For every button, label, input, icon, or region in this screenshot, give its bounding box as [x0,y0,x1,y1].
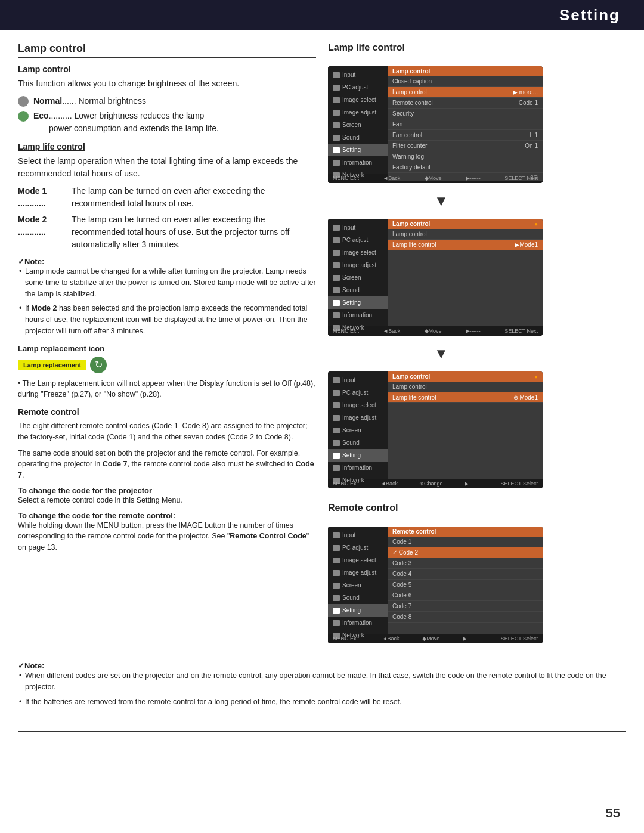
sidebar4-input: Input [328,529,388,541]
proj-header-1: Lamp control [388,66,543,76]
note-section-1: ✓Note: Lamp mode cannot be changed for a… [18,257,316,337]
sidebar4-setting: Setting [328,604,388,617]
eco-label: Eco [33,111,49,120]
proj-item-warning: Warning log [388,151,543,162]
sidebar-setting: Setting [328,144,388,156]
eco-desc2: power consumption and extends the lamp l… [49,123,219,133]
proj4-code4: Code 4 [388,569,543,580]
note-section-2: ✓Note: When different codes are set on t… [18,661,626,707]
mode1-label: Mode 1 ............ [18,185,72,210]
proj-item-lamp-control: Lamp control▶ more... [388,87,543,98]
eco-icon [18,111,29,122]
sidebar-screen: Screen [328,119,388,131]
sidebar3-sound: Sound [328,436,388,449]
lamp-rep-row: Lamp replacement ↻ [18,357,316,373]
sidebar-sound: Sound [328,131,388,144]
projector-screen-2: Input PC adjust Image select Image adjus… [328,219,543,336]
change-remote-label: To change the code for the remote contro… [18,511,316,520]
lamp-rep-note: • The Lamp replacement icon will not app… [18,378,316,401]
note-item-3: When different codes are set on the proj… [25,670,626,693]
projector-screen-1: Input PC adjust Image select Image adjus… [328,66,543,183]
normal-desc: Normal brightness [78,96,146,106]
lamp-life-control-title: Lamp life control [18,142,316,151]
note-item-2: If Mode 2 has been selected and the proj… [25,303,316,336]
sidebar3-screen: Screen [328,424,388,436]
sidebar2-input: Input [328,221,388,234]
sidebar-image-adjust: Image adjust [328,106,388,119]
remote-control-title: Remote control [18,407,316,417]
sidebar-input: Input [328,69,388,81]
page-header: Setting [0,0,644,30]
lamp-control-subsection: Lamp control [18,64,316,74]
lamp-life-right-label: Lamp life control [328,42,555,53]
normal-icon [18,96,29,107]
proj-item-remote: Remote controlCode 1 [388,98,543,109]
lamp-control-intro: This function allows you to change brigh… [18,78,316,90]
sidebar3-pc: PC adjust [328,386,388,399]
sidebar3-imgadj: Image adjust [328,411,388,424]
lamp-control-section-title: Lamp control [18,42,316,58]
sidebar3-info: Information [328,462,388,474]
projector-screen-3: Input PC adjust Image select Image adjus… [328,371,543,488]
mode2-label: Mode 2 ............ [18,213,72,251]
proj3-lamp-life: Lamp life control⊕ Mode1 [388,392,543,403]
sidebar2-screen: Screen [328,271,388,284]
note-title-1: ✓Note: [18,257,316,266]
page-title: Setting [559,6,620,24]
proj-item-fan: Fan [388,119,543,130]
sidebar2-sound: Sound [328,284,388,296]
sidebar3-input: Input [328,374,388,386]
lamp-rep-title: Lamp replacement icon [18,344,316,353]
proj-sidebar-2: Input PC adjust Image select Image adjus… [328,219,388,326]
proj-item-fan-control: Fan controlL 1 [388,130,543,141]
proj4-code7: Code 7 [388,601,543,612]
normal-dots: ...... [62,96,76,106]
proj-sidebar-3: Input PC adjust Image select Image adjus… [328,371,388,479]
sidebar-image-select: Image select [328,94,388,106]
proj-item-closed-caption: Closed caption [388,76,543,87]
proj3-lamp-ctrl: Lamp control [388,382,543,392]
remote-control-para1: The eight different remote control codes… [18,420,316,443]
sidebar2-imgadj: Image adjust [328,259,388,271]
sidebar2-imgsel: Image select [328,246,388,259]
proj-header-3: Lamp control● [388,371,543,382]
sidebar4-screen: Screen [328,579,388,592]
page-number: 55 [606,806,620,821]
proj4-code5: Code 5 [388,580,543,590]
lamp-replacement-section: Lamp replacement icon Lamp replacement ↻… [18,344,316,401]
proj-main-3: Lamp control● Lamp control Lamp life con… [388,371,543,479]
remote-control-section: Remote control The eight different remot… [18,407,316,553]
proj-header-2: Lamp control● [388,219,543,229]
mode1-row: Mode 1 ............ The lamp can be turn… [18,185,316,210]
proj4-code1: Code 1 [388,537,543,547]
proj-item-filter: Filter counterOn 1 [388,141,543,151]
proj4-code2: ✓ Code 2 [388,547,543,558]
lamp-life-desc: Select the lamp operation when the total… [18,155,316,180]
sidebar4-info: Information [328,617,388,629]
normal-label: Normal [33,96,62,106]
change-projector-label: To change the code for the projector [18,486,316,495]
sidebar2-pc: PC adjust [328,234,388,246]
proj2-lamp-life: Lamp life control▶Mode1 [388,240,543,250]
mode2-desc: The lamp can be turned on even after exc… [72,213,316,251]
sidebar3-setting: Setting [328,449,388,462]
change-projector-desc: Select a remote control code in this Set… [18,495,316,506]
eco-mode-row: Eco.......... Lower brightness reduces t… [18,110,316,135]
lamp-rep-badge: Lamp replacement [18,360,86,370]
normal-mode-row: Normal...... Normal brightness [18,95,316,107]
proj2-lamp-ctrl: Lamp control [388,229,543,240]
remote-control-para2: The same code should set on both the pro… [18,448,316,481]
proj-item-security: Security [388,109,543,119]
sidebar4-imgsel: Image select [328,554,388,566]
left-column: Lamp control Lamp control This function … [18,42,316,643]
mode2-row: Mode 2 ............ The lamp can be turn… [18,213,316,251]
remote-control-right-label: Remote control [328,503,555,513]
proj-sidebar-1: Input PC adjust Image select Image adjus… [328,66,388,174]
sidebar-information: Information [328,156,388,169]
proj-main-1: Lamp control Closed caption Lamp control… [388,66,543,174]
eco-dots: .......... [49,111,72,120]
sidebar2-info: Information [328,309,388,321]
lamp-rep-icon: ↻ [90,357,107,373]
sidebar2-setting: Setting [328,296,388,309]
note-title-2: ✓Note: [18,661,626,670]
